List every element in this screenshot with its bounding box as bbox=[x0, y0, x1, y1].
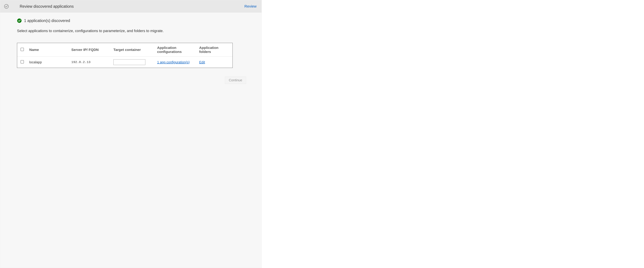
col-header-target: Target container bbox=[111, 43, 155, 57]
folders-edit-link[interactable]: Edit bbox=[199, 60, 205, 64]
svg-point-1 bbox=[17, 18, 22, 23]
panel-content: 1 application(s) discovered Select appli… bbox=[0, 12, 262, 96]
target-container-input[interactable] bbox=[114, 59, 145, 65]
step-check-icon bbox=[4, 4, 9, 9]
continue-button[interactable]: Continue bbox=[225, 77, 246, 84]
cell-name: localapp bbox=[27, 57, 69, 68]
table-row: localapp 192.0.2.13 1 app configuration(… bbox=[17, 57, 232, 68]
col-header-name: Name bbox=[27, 43, 69, 57]
review-panel: Review discovered applications Review 1 … bbox=[0, 0, 262, 268]
status-message: 1 application(s) discovered bbox=[24, 18, 70, 23]
table-header-row: Name Server IP/ FQDN Target container Ap… bbox=[17, 43, 232, 57]
col-header-folders: Application folders bbox=[197, 43, 232, 57]
col-header-config: Application configurations bbox=[155, 43, 197, 57]
header-left: Review discovered applications bbox=[4, 4, 74, 9]
svg-point-0 bbox=[4, 4, 8, 8]
review-link[interactable]: Review bbox=[244, 4, 256, 8]
col-header-server: Server IP/ FQDN bbox=[69, 43, 111, 57]
applications-table: Name Server IP/ FQDN Target container Ap… bbox=[17, 43, 233, 68]
cell-server: 192.0.2.13 bbox=[69, 57, 111, 68]
instruction-text: Select applications to containerize, con… bbox=[17, 29, 251, 33]
select-all-checkbox[interactable] bbox=[20, 48, 24, 51]
panel-header: Review discovered applications Review bbox=[0, 0, 262, 12]
success-check-icon bbox=[17, 18, 22, 23]
app-configurations-link[interactable]: 1 app configuration(s) bbox=[157, 60, 190, 64]
blank-area bbox=[262, 0, 644, 268]
panel-title: Review discovered applications bbox=[20, 4, 74, 9]
row-checkbox[interactable] bbox=[20, 60, 24, 63]
panel-footer: Continue bbox=[10, 68, 251, 91]
discovery-status: 1 application(s) discovered bbox=[17, 18, 251, 23]
